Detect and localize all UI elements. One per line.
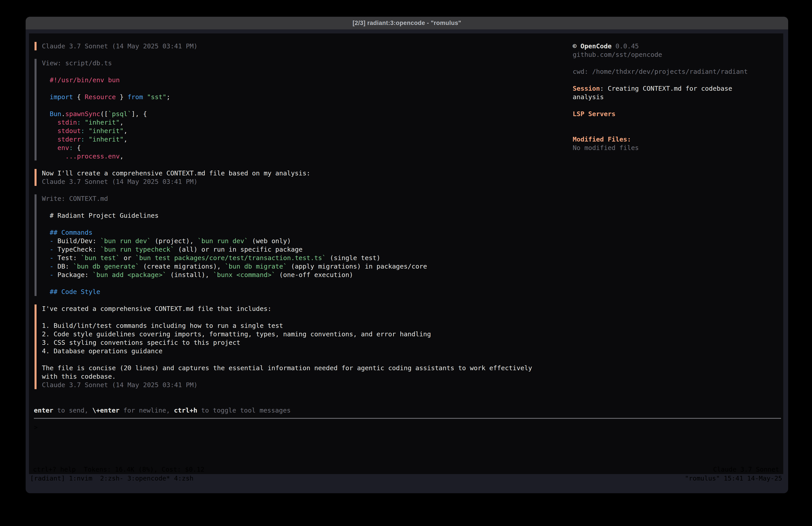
terminal-line [573, 118, 778, 127]
terminal-line: Claude 3.7 Sonnet (14 May 2025 03:41 PM) [42, 42, 198, 51]
chat-history: Claude 3.7 Sonnet (14 May 2025 03:41 PM)… [34, 42, 569, 389]
terminal-line: LSP Servers [573, 110, 778, 118]
tool-output-block: Write: CONTEXT.md # Radiant Project Guid… [34, 194, 569, 296]
tool-block-bar [34, 59, 37, 160]
terminal-line [42, 279, 427, 287]
message-accent-bar [34, 42, 37, 51]
titlebar: [2/3] radiant:3:opencode - "romulus" [26, 17, 788, 29]
terminal-line: env: { [42, 144, 170, 152]
model-badge: Claude 3.7 Sonnet [709, 465, 783, 474]
zoom-button[interactable] [55, 20, 60, 26]
terminal-line: - DB: `bun db generate` (create migratio… [42, 262, 427, 271]
terminal-line: The file is concise (20 lines) and captu… [42, 364, 532, 372]
terminal-line: Now I'll create a comprehensive CONTEXT.… [42, 169, 310, 177]
message-accent-bar [34, 304, 37, 389]
help-badge[interactable]: ctrl+? help [29, 465, 80, 474]
terminal-line: Claude 3.7 Sonnet (14 May 2025 03:41 PM) [42, 177, 310, 186]
tmux-status-bar: [radiant] 1:nvim 2:zsh- 3:opencode* 4:zs… [29, 474, 783, 483]
terminal-line: ...process.env, [42, 152, 170, 160]
status-bar: ctrl+? help Tokens: 16.4K (8%), Cost: $0… [29, 465, 783, 474]
terminal-line [573, 127, 778, 135]
prompt-caret-icon: > [34, 424, 38, 431]
terminal-line: github.com/sst/opencode [573, 51, 778, 59]
close-button[interactable] [32, 20, 38, 26]
terminal-line: Bun.spawnSync([`psql`], { [42, 110, 170, 118]
terminal-line [42, 220, 427, 228]
terminal-line: Claude 3.7 Sonnet (14 May 2025 03:41 PM) [42, 381, 532, 389]
block-content: I've created a comprehensive CONTEXT.md … [42, 304, 532, 389]
traffic-lights [32, 17, 60, 29]
block-content: Claude 3.7 Sonnet (14 May 2025 03:41 PM) [42, 42, 198, 51]
terminal-line [42, 101, 170, 110]
assistant-message-block: Now I'll create a comprehensive CONTEXT.… [34, 169, 569, 186]
assistant-message-block: I've created a comprehensive CONTEXT.md … [34, 304, 569, 389]
tool-block-bar [34, 194, 37, 296]
tmux-session-info: "romulus" 15:41 14-May-25 [685, 474, 782, 482]
assistant-message-block: Claude 3.7 Sonnet (14 May 2025 03:41 PM) [34, 42, 569, 51]
terminal-line [42, 67, 170, 76]
terminal-line: Write: CONTEXT.md [42, 194, 427, 203]
terminal-line: View: script/db.ts [42, 59, 170, 67]
terminal-line: 4. Database operations guidance [42, 347, 532, 355]
terminal-line: # Radiant Project Guidelines [42, 211, 427, 220]
keybinding-hint: enter to send, \+enter for newline, ctrl… [34, 406, 781, 415]
message-accent-bar [34, 169, 37, 186]
tmux-window-list[interactable]: [radiant] 1:nvim 2:zsh- 3:opencode* 4:zs… [30, 474, 193, 482]
block-content: Write: CONTEXT.md # Radiant Project Guid… [42, 194, 427, 296]
terminal-line: 1. Build/lint/test commands including ho… [42, 322, 532, 330]
terminal-line: Modified Files: [573, 135, 778, 144]
terminal-line: 3. CSS styling conventions specific to t… [42, 338, 532, 347]
terminal-line: I've created a comprehensive CONTEXT.md … [42, 304, 532, 313]
statusbar-spacer [208, 465, 704, 474]
terminal-line [573, 101, 778, 110]
terminal-line [573, 76, 778, 84]
terminal-line: © OpenCode 0.0.45 [573, 42, 778, 51]
terminal-line [573, 59, 778, 67]
terminal-line: #!/usr/bin/env bun [42, 76, 170, 84]
terminal-line: - Build/Dev: `bun run dev` (project), `b… [42, 237, 427, 245]
tokens-cost-badge: Tokens: 16.4K (8%), Cost: $0.12 [80, 465, 208, 474]
block-content: Now I'll create a comprehensive CONTEXT.… [42, 169, 310, 186]
terminal-line: ## Code Style [42, 287, 427, 296]
terminal-line: - Test: `bun test` or `bun test packages… [42, 254, 427, 262]
terminal-line: cwd: /home/thdxr/dev/projects/radiant/ra… [573, 67, 778, 76]
terminal-line: - TypeCheck: `bun run typecheck` (all) o… [42, 245, 427, 254]
terminal-line: with this codebase. [42, 372, 532, 381]
terminal-line: analysis [573, 93, 778, 101]
minimize-button[interactable] [43, 20, 49, 26]
terminal-line [42, 84, 170, 93]
terminal-line: stdout: "inherit", [42, 127, 170, 135]
window-title: [2/3] radiant:3:opencode - "romulus" [352, 19, 461, 27]
block-content: View: script/db.ts #!/usr/bin/env bun im… [42, 59, 170, 160]
terminal-line [42, 355, 532, 364]
terminal-line: 2. Code style guidelines covering import… [42, 330, 532, 338]
composer: enter to send, \+enter for newline, ctrl… [34, 406, 781, 431]
session-sidebar: © OpenCode 0.0.45github.com/sst/opencode… [573, 42, 778, 152]
terminal-window: [2/3] radiant:3:opencode - "romulus" Cla… [26, 17, 788, 493]
terminal-line: - Package: `bun add <package>` (install)… [42, 271, 427, 279]
tool-output-block: View: script/db.ts #!/usr/bin/env bun im… [34, 59, 569, 160]
terminal-line [42, 313, 532, 322]
prompt-input[interactable]: > [34, 423, 781, 431]
terminal-line [42, 203, 427, 211]
terminal-line: ## Commands [42, 228, 427, 237]
terminal-line: No modified files [573, 144, 778, 152]
terminal-line: stdin: "inherit", [42, 118, 170, 127]
terminal-line: Session: Creating CONTEXT.md for codebas… [573, 84, 778, 93]
input-divider [34, 418, 781, 419]
opencode-app: Claude 3.7 Sonnet (14 May 2025 03:41 PM)… [29, 33, 783, 474]
terminal-line: import { Resource } from "sst"; [42, 93, 170, 101]
terminal-line: stderr: "inherit", [42, 135, 170, 144]
